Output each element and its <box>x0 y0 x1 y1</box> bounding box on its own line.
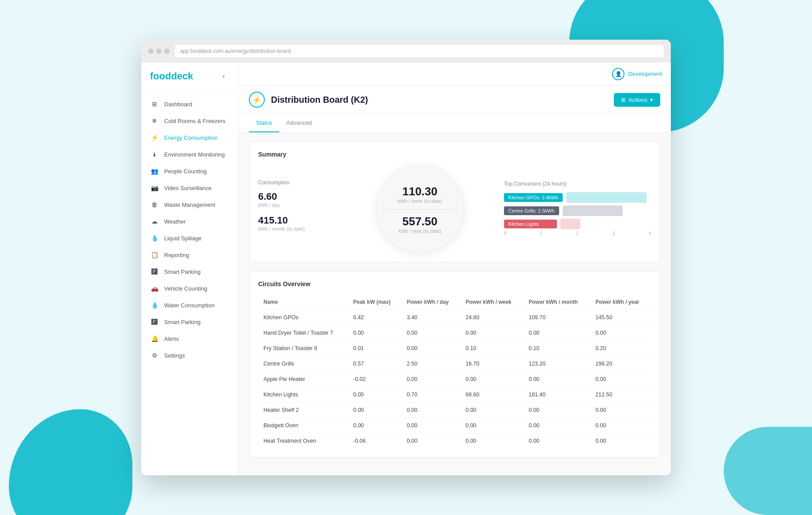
col-header-0: Name <box>258 295 348 310</box>
user-menu[interactable]: 👤 Development <box>612 68 662 80</box>
sidebar-item-vehicle-counting[interactable]: 🚗 Vehicle Counting <box>141 280 238 297</box>
weekly-value: 110.30 <box>398 185 442 198</box>
circuit-name: Fry Station / Toaster 8 <box>258 341 348 356</box>
sidebar-toggle[interactable]: ‹ <box>218 71 229 82</box>
nav-label-waste-management: Waste Management <box>164 202 215 208</box>
sidebar-item-settings[interactable]: ⚙ Settings <box>141 347 238 364</box>
content-header: ⚡ Distribution Board (K2) ⊞ Actions ▾ <box>238 86 671 114</box>
bar-bg-1 <box>563 205 651 216</box>
circuit-value-1: 0.00 <box>348 403 401 418</box>
sidebar-item-waste-management[interactable]: 🗑 Waste Management <box>141 196 238 213</box>
sidebar-item-alerts[interactable]: 🔔 Alerts <box>141 330 238 347</box>
sidebar-item-video-surveillance[interactable]: 📷 Video Surveillance <box>141 179 238 196</box>
circuit-value-4: 181.40 <box>523 387 590 403</box>
circuit-value-4: 0.00 <box>523 418 590 433</box>
circuit-name: Hand Dryer Toilet / Toaster 7 <box>258 325 348 341</box>
nav-icon-cold-rooms: ❄ <box>150 116 159 125</box>
circuit-value-2: 0.00 <box>402 403 460 418</box>
circuit-value-5: 212.50 <box>590 387 651 403</box>
summary-grid: Consumption 6.60 kWh / day 415.10 kWh / … <box>258 165 651 253</box>
circuit-name: Heat Treatment Oven <box>258 433 348 449</box>
nav-label-smart-parking: Smart Parking <box>164 269 200 275</box>
nav-label-cold-rooms: Cold Rooms & Freezers <box>164 118 226 124</box>
tab-advanced[interactable]: Advanced <box>279 114 319 132</box>
circuit-value-4: 0.00 <box>523 403 590 418</box>
main-content: 👤 Development ⚡ Distribution Board (K2) … <box>238 63 671 475</box>
user-avatar: 👤 <box>612 68 624 80</box>
bar-row-1: Centre Grills: 2.5kWh <box>504 205 651 216</box>
nav-label-water-consumption: Water Consumption <box>164 302 214 309</box>
logo-food: food <box>150 71 171 82</box>
content-body: Summary Consumption 6.60 kWh / day 415.1… <box>238 133 671 475</box>
circuit-name: Kitchen GPOs <box>258 310 348 325</box>
circuit-value-1: 0.42 <box>348 310 401 325</box>
yearly-stat: 557.50 kWh / year (to date) <box>398 215 441 234</box>
bar-label-1: Centre Grills: 2.5kWh <box>504 206 559 215</box>
tab-status[interactable]: Status <box>249 114 279 132</box>
daily-value: 6.60 <box>258 191 346 202</box>
actions-chevron: ▾ <box>650 97 653 103</box>
col-header-4: Power kWh / month <box>523 295 590 310</box>
circuit-value-3: 0.00 <box>460 325 523 341</box>
circuit-value-3: 0.00 <box>460 418 523 433</box>
table-row: Heat Treatment Oven-0.060.000.000.000.00 <box>258 433 651 449</box>
summary-left: Consumption 6.60 kWh / day 415.10 kWh / … <box>258 179 346 239</box>
address-bar[interactable]: app.fooddeck.com.au/energy/distribution-… <box>175 45 664 57</box>
circuit-value-3: 0.00 <box>460 403 523 418</box>
table-row: Fry Station / Toaster 80.010.000.100.100… <box>258 341 651 356</box>
circuit-value-3: 0.00 <box>460 433 523 449</box>
circuit-value-1: -0.06 <box>348 433 401 449</box>
circuits-card: Circuits Overview NamePeak kW (max)Power… <box>249 271 660 458</box>
summary-circle: 110.30 kWh / week (to date) 557.50 kWh /… <box>376 165 464 253</box>
nav-icon-waste-management: 🗑 <box>150 200 159 209</box>
bar-label-0: Kitchen GPOs: 3.4kWh <box>504 193 563 202</box>
sidebar-item-smart-parking-2[interactable]: 🅿 Smart Parking <box>141 313 238 330</box>
nav-label-energy-consumption: Energy Consumption <box>164 134 218 141</box>
bar-axis: 01234 <box>504 229 651 238</box>
nav-icon-smart-parking-2: 🅿 <box>150 317 159 326</box>
circuits-title: Circuits Overview <box>258 280 651 287</box>
axis-label: 3 <box>613 231 615 236</box>
nav-label-environment-monitoring: Environment Monitoring <box>164 151 225 158</box>
sidebar-item-weather[interactable]: ☁ Weather <box>141 213 238 230</box>
sidebar-item-dashboard[interactable]: ⊞ Dashboard <box>141 96 238 112</box>
sidebar-item-water-consumption[interactable]: 💧 Water Consumption <box>141 297 238 313</box>
summary-right: Top Consumers (24 hours) Kitchen GPOs: 3… <box>493 181 651 238</box>
page-title: Distribution Board (K2) <box>271 95 368 105</box>
nav-icon-reporting: 📋 <box>150 250 159 259</box>
nav-label-vehicle-counting: Vehicle Counting <box>164 285 207 292</box>
col-header-3: Power kWh / week <box>460 295 523 310</box>
circuit-value-1: 0.00 <box>348 325 401 341</box>
circuit-value-2: 0.70 <box>402 387 460 403</box>
sidebar-item-energy-consumption[interactable]: ⚡ Energy Consumption <box>141 129 238 146</box>
summary-title: Summary <box>258 151 651 158</box>
bar-row-0: Kitchen GPOs: 3.4kWh <box>504 192 651 203</box>
sidebar-item-environment-monitoring[interactable]: 🌡 Environment Monitoring <box>141 146 238 163</box>
circuit-value-5: 0.00 <box>590 418 651 433</box>
circuit-value-4: 0.10 <box>523 341 590 356</box>
top-consumers-title: Top Consumers (24 hours) <box>504 181 651 187</box>
sidebar-item-smart-parking[interactable]: 🅿 Smart Parking <box>141 263 238 280</box>
nav-label-dashboard: Dashboard <box>164 101 192 108</box>
circuit-value-4: 0.00 <box>523 433 590 449</box>
browser-bar: app.fooddeck.com.au/energy/distribution-… <box>141 40 671 63</box>
circuit-value-2: 0.00 <box>402 433 460 449</box>
sidebar-item-cold-rooms[interactable]: ❄ Cold Rooms & Freezers <box>141 112 238 129</box>
dot-yellow <box>156 49 162 54</box>
sidebar-item-people-counting[interactable]: 👥 People Counting <box>141 163 238 179</box>
axis-label: 0 <box>504 231 507 236</box>
nav-icon-settings: ⚙ <box>150 351 159 360</box>
weekly-label: kWh / week (to date) <box>398 198 442 204</box>
daily-consumption: 6.60 kWh / day <box>258 191 346 208</box>
circuit-name: Heater Shelf 2 <box>258 403 348 418</box>
bar-label-2: Kitchen Lights <box>504 220 557 228</box>
sidebar-logo: fooddeck ‹ <box>141 63 238 90</box>
browser-window: app.fooddeck.com.au/energy/distribution-… <box>141 40 671 475</box>
dot-green <box>164 49 169 54</box>
sidebar-item-liquid-spillage[interactable]: 💧 Liquid Spillage <box>141 230 238 246</box>
actions-button[interactable]: ⊞ Actions ▾ <box>614 93 660 107</box>
dot-red <box>148 49 154 54</box>
nav-label-settings: Settings <box>164 352 185 359</box>
circuit-value-3: 16.70 <box>460 356 523 372</box>
sidebar-item-reporting[interactable]: 📋 Reporting <box>141 246 238 263</box>
